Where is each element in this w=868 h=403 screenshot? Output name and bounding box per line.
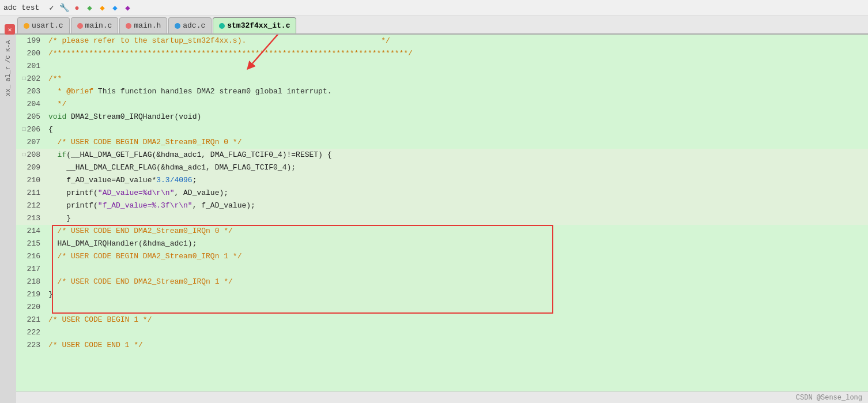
line-content-215: HAL_DMA_IRQHandler(&hdma_adc1); <box>46 238 868 250</box>
line-num-216: 216 <box>16 250 46 263</box>
line-num-200: 200 <box>16 47 46 60</box>
code-line-199: 199 /* please refer to the startup_stm32… <box>16 35 868 47</box>
code-area: 199 /* please refer to the startup_stm32… <box>16 35 868 391</box>
record-blue-icon[interactable]: ◆ <box>110 3 120 13</box>
line-num-204: 204 <box>16 98 46 111</box>
tab-label-adc: adc.c <box>183 21 205 30</box>
tools-icon[interactable]: 🔧 <box>59 3 69 13</box>
code-line-216: 216 /* USER CODE BEGIN DMA2_Stream0_IRQn… <box>16 250 868 263</box>
record-orange-icon[interactable]: ◆ <box>97 3 107 13</box>
line-num-213: 213 <box>16 212 46 225</box>
tab-label-main-c: main.c <box>85 21 112 30</box>
code-line-205: 205 void DMA2_Stream0_IRQHandler(void) <box>16 111 868 123</box>
line-content-213: } <box>46 212 868 225</box>
tab-main-h[interactable]: main.h <box>119 17 167 33</box>
line-num-211: 211 <box>16 187 46 199</box>
line-content-218: /* USER CODE END DMA2_Stream0_IRQn 1 */ <box>46 276 868 288</box>
line-num-206: □206 <box>16 123 46 136</box>
line-content-202: /** <box>46 73 868 85</box>
code-line-209: 209 __HAL_DMA_CLEAR_FLAG(&hdma_adc1, DMA… <box>16 161 868 174</box>
line-num-207: 207 <box>16 136 46 149</box>
line-num-208: □208 <box>16 149 46 161</box>
side-label-ka: K-A <box>5 40 12 52</box>
code-container: 199 /* please refer to the startup_stm32… <box>16 35 868 352</box>
code-line-218: 218 /* USER CODE END DMA2_Stream0_IRQn 1… <box>16 276 868 288</box>
tab-main-c[interactable]: main.c <box>71 17 119 33</box>
code-line-208: □208 if(__HAL_DMA_GET_FLAG(&hdma_adc1, D… <box>16 149 868 161</box>
code-line-200: 200 /***********************************… <box>16 47 868 60</box>
code-line-213: 213 } <box>16 212 868 225</box>
checkmark-icon[interactable]: ✓ <box>46 3 56 13</box>
status-bar: CSDN @Sense_long <box>16 391 868 403</box>
line-num-223: 223 <box>16 339 46 352</box>
code-line-206: □206 { <box>16 123 868 136</box>
record-red-icon[interactable]: ● <box>71 3 82 13</box>
side-label-alr: al_r <box>5 66 12 81</box>
side-label-xx: xx_ <box>5 85 12 96</box>
line-content-223: /* USER CODE END 1 */ <box>46 339 868 352</box>
tab-dot-main-h <box>126 23 131 29</box>
line-num-215: 215 <box>16 238 46 250</box>
tab-label-stm32: stm32f4xx_it.c <box>227 21 290 30</box>
line-content-203: * @brief This function handles DMA2 stre… <box>46 85 868 98</box>
title-text: adc test <box>3 3 39 12</box>
tab-dot-stm32 <box>219 23 225 29</box>
line-content-204: */ <box>46 98 868 111</box>
code-line-210: 210 f_AD_value=AD_value*3.3/4096; <box>16 174 868 187</box>
line-num-222: 222 <box>16 326 46 339</box>
code-line-214: 214 /* USER CODE END DMA2_Stream0_IRQn 0… <box>16 225 868 238</box>
side-label-c: /C <box>5 55 12 63</box>
tab-label-usart: usart.c <box>32 21 63 30</box>
tab-usart-c[interactable]: usart.c <box>17 17 70 33</box>
tab-dot-main-c <box>77 23 83 29</box>
line-num-205: 205 <box>16 111 46 123</box>
line-content-206: { <box>46 123 868 136</box>
line-content-221: /* USER CODE BEGIN 1 */ <box>46 314 868 326</box>
close-button[interactable]: ✕ <box>5 24 15 35</box>
line-num-209: 209 <box>16 161 46 174</box>
line-content-212: printf("f_AD_value=%.3f\r\n", f_AD_value… <box>46 199 868 212</box>
tab-label-main-h: main.h <box>134 21 161 30</box>
record-purple-icon[interactable]: ◆ <box>122 3 133 13</box>
line-num-210: 210 <box>16 174 46 187</box>
code-line-222: 222 <box>16 326 868 339</box>
line-num-201: 201 <box>16 60 46 73</box>
line-content-199: /* please refer to the startup_stm32f4xx… <box>46 35 868 47</box>
line-num-214: 214 <box>16 225 46 238</box>
line-num-220: 220 <box>16 301 46 314</box>
line-num-219: 219 <box>16 288 46 301</box>
code-line-207: 207 /* USER CODE BEGIN DMA2_Stream0_IRQn… <box>16 136 868 149</box>
record-green-icon[interactable]: ◆ <box>84 3 95 13</box>
line-content-214: /* USER CODE END DMA2_Stream0_IRQn 0 */ <box>46 225 868 238</box>
code-line-202: □202 /** <box>16 73 868 85</box>
tab-dot-usart <box>24 23 29 29</box>
code-line-211: 211 printf("AD_value=%d\r\n", AD_value); <box>16 187 868 199</box>
tab-adc-c[interactable]: adc.c <box>168 17 212 33</box>
code-line-221: 221 /* USER CODE BEGIN 1 */ <box>16 314 868 326</box>
line-num-199: 199 <box>16 35 46 47</box>
tab-stm32f4xx-it-c[interactable]: stm32f4xx_it.c <box>213 17 296 33</box>
tab-dot-adc <box>175 23 180 29</box>
code-line-217: 217 <box>16 263 868 276</box>
code-line-215: 215 HAL_DMA_IRQHandler(&hdma_adc1); <box>16 238 868 250</box>
line-num-217: 217 <box>16 263 46 276</box>
line-num-203: 203 <box>16 85 46 98</box>
line-content-207: /* USER CODE BEGIN DMA2_Stream0_IRQn 0 *… <box>46 136 868 149</box>
code-line-204: 204 */ <box>16 98 868 111</box>
line-content-200: /***************************************… <box>46 47 868 60</box>
line-content-216: /* USER CODE BEGIN DMA2_Stream0_IRQn 1 *… <box>46 250 868 263</box>
code-line-219: 219 } <box>16 288 868 301</box>
line-num-221: 221 <box>16 314 46 326</box>
tab-bar: usart.c main.c main.h adc.c stm32f4xx_it… <box>0 16 868 35</box>
code-line-201: 201 <box>16 60 868 73</box>
line-content-208: if(__HAL_DMA_GET_FLAG(&hdma_adc1, DMA_FL… <box>46 149 868 161</box>
line-content-205: void DMA2_Stream0_IRQHandler(void) <box>46 111 868 123</box>
code-line-223: 223 /* USER CODE END 1 */ <box>16 339 868 352</box>
side-panel: K-A /C al_r xx_ <box>0 35 16 403</box>
line-content-210: f_AD_value=AD_value*3.3/4096; <box>46 174 868 187</box>
title-bar: adc test ✓ 🔧 ● ◆ ◆ ◆ ◆ <box>0 0 868 16</box>
code-line-203: 203 * @brief This function handles DMA2 … <box>16 85 868 98</box>
code-line-212: 212 printf("f_AD_value=%.3f\r\n", f_AD_v… <box>16 199 868 212</box>
toolbar-icons: ✓ 🔧 ● ◆ ◆ ◆ ◆ <box>46 3 133 13</box>
watermark-text: CSDN @Sense_long <box>796 394 862 402</box>
